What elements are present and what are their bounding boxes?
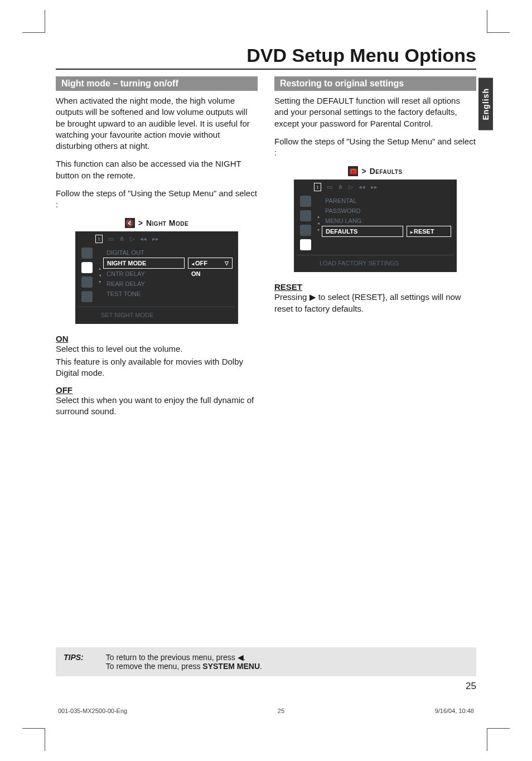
breadcrumb: 🔇 > Night Mode [125,218,188,228]
left-nav-item [300,225,311,236]
left-arrow-icon: ◂ [99,273,101,278]
reset-text: Pressing ▶ to select {RESET}, all settin… [274,292,476,314]
left-nav-item [81,248,93,259]
value-reset: ▸RESET [407,226,451,237]
night-mode-para-1: When activated the night mode, the high … [56,95,258,152]
list-item: PASSWORD [322,206,403,216]
value-on: ON [188,269,233,279]
footer-page-num: 25 [278,707,284,714]
language-tab: English [478,78,493,130]
footer-date: 9/16/04, 10:48 [435,707,474,714]
breadcrumb-label: Defaults [370,167,403,176]
list-item: MENU LANG [322,216,403,226]
down-arrow-icon: ▾ [99,279,101,284]
reset-heading: RESET [274,282,476,292]
on-heading: ON [56,334,258,343]
left-nav-item [81,291,93,302]
page-number: 25 [466,681,476,692]
night-mode-para-2: This function can also be accessed via t… [56,158,258,181]
tips-label: TIPS: [64,653,84,671]
rewind-icon: ◂◂ [140,235,147,243]
osd-panel-defaults: ↕ ▭ ⋔ ▷ ◂◂ ▸▸ [294,180,457,272]
list-item-selected: DEFAULTS [322,226,403,237]
osd-helper-text: LOAD FACTORY SETTINGS [297,255,453,269]
footer-doc-code: 001-035-MX2500-00-Eng [58,707,127,714]
down-arrow-icon: ▽ [225,260,229,266]
tips-line-2: To remove the menu, press SYSTEM MENU. [106,662,262,671]
list-item: DIGITAL OUT [103,248,185,258]
page-title: DVD Setup Menu Options [56,45,476,70]
section-heading-restoring: Restoring to original settings [274,76,476,91]
list-item-selected: NIGHT MODE [103,258,185,269]
display-icon: ▭ [108,235,114,243]
speaker-icon: 🔇 [125,218,135,228]
forward-icon: ▸▸ [371,183,378,191]
breadcrumb: 🧰 > Defaults [348,166,402,176]
left-nav-item [81,277,93,288]
signal-icon: ⋔ [338,183,343,191]
signal-icon: ⋔ [119,235,124,243]
value-off: ◂OFF ▽ [188,258,233,269]
up-arrow-icon: ▴ [317,214,320,219]
play-icon: ▷ [349,183,353,191]
play-icon: ▷ [130,235,134,243]
tips-box: TIPS: To return to the previous menu, pr… [56,647,476,676]
chevron-right-icon: > [361,167,366,176]
on-text-2: This feature is only available for movie… [56,356,258,379]
left-nav-item [300,196,311,207]
osd-helper-text: SET NIGHT MODE [79,307,235,321]
breadcrumb-label: Night Mode [146,219,188,227]
list-item: REAR DELAY [103,279,185,289]
off-heading: OFF [56,385,258,395]
up-arrow-icon: ▴ [99,266,101,271]
forward-icon: ▸▸ [152,235,159,243]
display-icon: ▭ [327,183,332,191]
osd-panel-night-mode: ↕ ▭ ⋔ ▷ ◂◂ ▸▸ [75,231,238,324]
right-arrow-icon: ▶ [309,292,316,302]
section-heading-night-mode: Night mode – turning on/off [56,76,258,91]
left-nav-item-active [81,262,93,273]
top-tab-active: ↕ [314,183,321,191]
down-arrow-icon: ▾ [317,227,320,232]
off-text: Select this when you want to enjoy the f… [56,395,258,418]
night-mode-para-3: Follow the steps of "Using the Setup Men… [56,188,258,211]
restoring-para-1: Setting the DEFAULT function will reset … [274,95,476,129]
on-text-1: Select this to level out the volume. [56,343,258,355]
toolbox-icon: 🧰 [348,166,358,176]
left-nav-item [300,210,311,221]
list-item: CNTR DELAY [103,269,185,279]
left-arrow-icon: ◂ [317,221,320,226]
tips-line-1: To return to the previous menu, press ◀. [106,653,246,662]
rewind-icon: ◂◂ [359,183,365,191]
chevron-right-icon: > [138,219,143,227]
list-item: PARENTAL [322,196,403,206]
restoring-para-2: Follow the steps of "Using the Setup Men… [274,136,476,159]
list-item: TEST TONE [103,289,185,299]
left-arrow-icon: ◀ [238,653,244,662]
left-nav-item-active [300,239,311,250]
top-tab-active: ↕ [95,235,103,243]
